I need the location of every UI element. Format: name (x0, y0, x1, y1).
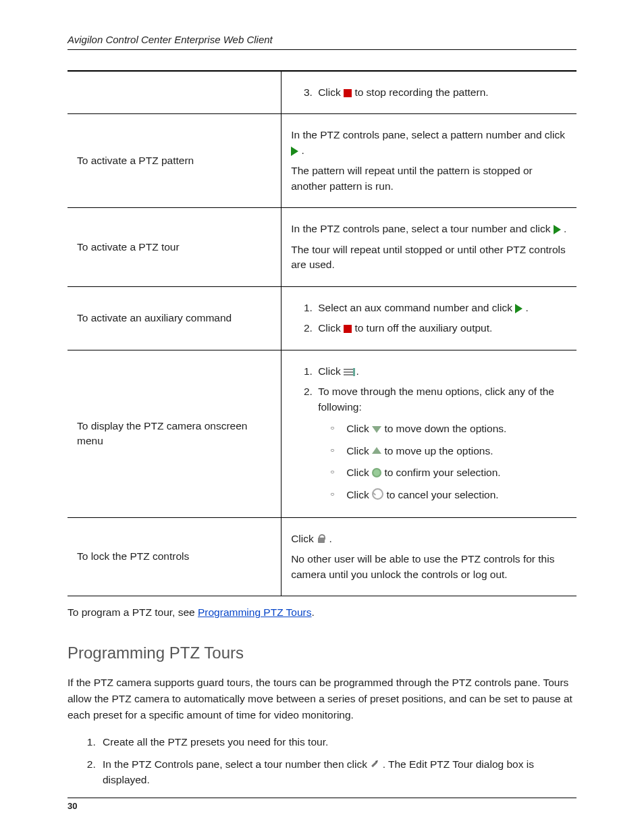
section-intro: If the PTZ camera supports guard tours, … (68, 675, 576, 723)
text: To program a PTZ tour, see (68, 606, 198, 618)
table-row: To display the PTZ camera onscreen menu … (68, 350, 576, 517)
row-label: To lock the PTZ controls (68, 517, 281, 596)
text: Select an aux command number and click (318, 302, 515, 313)
row-label: To display the PTZ camera onscreen menu (68, 350, 281, 517)
text: Click (346, 489, 372, 500)
text: . (564, 223, 566, 234)
lock-icon (317, 534, 326, 544)
cancel-icon (372, 488, 383, 500)
ptz-instructions-table: Click to stop recording the pattern. To … (68, 70, 576, 596)
text: The tour will repeat until stopped or un… (291, 242, 567, 273)
section-heading: Programming PTZ Tours (68, 644, 576, 662)
triangle-up-icon (372, 447, 381, 454)
table-row: To activate an auxiliary command Select … (68, 286, 576, 350)
text: Click (346, 467, 372, 478)
text: Click (291, 533, 317, 544)
list-item: To move through the menu options, click … (315, 384, 567, 502)
table-row: To activate a PTZ tour In the PTZ contro… (68, 208, 576, 286)
pencil-icon (368, 758, 381, 771)
text: to stop recording the pattern. (354, 86, 488, 98)
text: In the PTZ controls pane, select a tour … (291, 223, 554, 234)
list-item: Click to stop recording the pattern. (315, 85, 567, 100)
text: . (312, 606, 315, 618)
row-content: Click . To move through the menu options… (281, 350, 576, 517)
list-item: Click to turn off the auxiliary output. (315, 321, 567, 336)
steps-list: Create all the PTZ presets you need for … (68, 734, 576, 788)
text: to cancel your selection. (386, 489, 498, 500)
text: No other user will be able to use the PT… (291, 552, 567, 582)
page-title: Avigilon Control Center Enterprise Web C… (68, 34, 576, 50)
text: Click (346, 423, 372, 434)
row-label: To activate an auxiliary command (68, 286, 281, 350)
list-item: Click . (315, 364, 567, 379)
text: to confirm your selection. (384, 467, 500, 478)
text: to move up the options. (384, 445, 493, 457)
text: Click (318, 86, 344, 98)
row-label: To activate a PTZ tour (68, 208, 281, 286)
list-item: Select an aux command number and click . (315, 301, 567, 315)
text: Click (318, 322, 344, 334)
text: . (329, 533, 331, 544)
text: Click (318, 365, 344, 377)
list-item: In the PTZ Controls pane, select a tour … (99, 756, 576, 788)
list-item: Click to cancel your selection. (346, 488, 567, 502)
text: . (526, 302, 529, 313)
list-item: Click to move up the options. (346, 444, 567, 459)
row-content: Select an aux command number and click .… (281, 286, 576, 350)
text: . (356, 365, 358, 377)
play-icon (291, 147, 298, 156)
table-row: To lock the PTZ controls Click . No othe… (68, 517, 576, 596)
play-icon (554, 225, 561, 234)
row-content: Click . No other user will be able to us… (281, 517, 576, 596)
list-item: Create all the PTZ presets you need for … (99, 734, 576, 750)
confirm-icon (372, 468, 381, 477)
list-item: Click to move down the options. (346, 421, 567, 436)
row-label: To activate a PTZ pattern (68, 114, 281, 208)
stop-icon (344, 89, 352, 97)
table-row: To activate a PTZ pattern In the PTZ con… (68, 114, 576, 208)
document-page: Avigilon Control Center Enterprise Web C… (0, 0, 644, 834)
programming-ptz-tours-link[interactable]: Programming PTZ Tours (198, 606, 312, 618)
text: to move down the options. (384, 423, 506, 434)
text: In the PTZ Controls pane, select a tour … (103, 758, 370, 770)
row-label (68, 71, 281, 114)
text: . (301, 145, 304, 156)
play-icon (515, 304, 522, 313)
text: Click (346, 445, 372, 457)
text: In the PTZ controls pane, select a patte… (291, 129, 565, 140)
stop-icon (344, 325, 352, 333)
list-item: Click to confirm your selection. (346, 465, 567, 480)
menu-icon (344, 369, 353, 376)
after-table-note: To program a PTZ tour, see Programming P… (68, 604, 576, 620)
triangle-down-icon (372, 426, 381, 433)
row-content: Click to stop recording the pattern. (281, 71, 576, 114)
text: to turn off the auxiliary output. (354, 322, 492, 334)
page-footer: 30 (68, 798, 576, 811)
row-content: In the PTZ controls pane, select a tour … (281, 208, 576, 286)
page-number: 30 (68, 801, 77, 811)
text: The pattern will repeat until the patter… (291, 163, 567, 194)
text: To move through the menu options, click … (318, 386, 554, 412)
row-content: In the PTZ controls pane, select a patte… (281, 114, 576, 208)
table-row: Click to stop recording the pattern. (68, 71, 576, 114)
